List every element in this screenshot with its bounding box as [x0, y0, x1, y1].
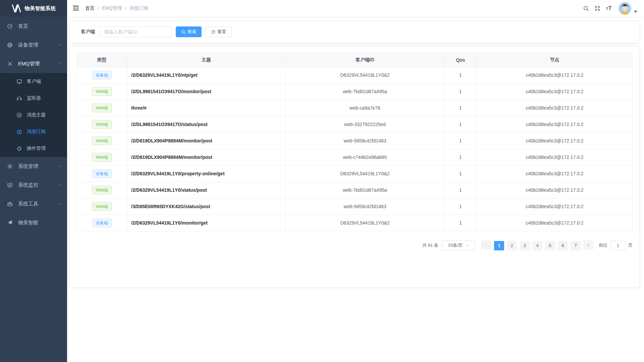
cell-client-id: web-7bd01d87a495a [286, 182, 444, 198]
table-row: Web端/3/D85E00R65DYXK42G/status/postweb-5… [77, 198, 633, 215]
sidebar-item-home[interactable]: 首页 [0, 17, 67, 36]
chevron-down-icon [58, 164, 62, 168]
table-row: Web端/2/DL9981541O39417O/status/postweb-3… [77, 116, 633, 133]
reset-button-label: 重置 [217, 29, 226, 35]
svg-text:@: @ [18, 114, 20, 117]
listener-icon [15, 95, 23, 102]
cell-client-id: D6329VL54419L1Y0&2 [286, 166, 444, 182]
hamburger-icon[interactable] [72, 5, 80, 12]
breadcrumb-separator: / [98, 6, 99, 11]
avatar[interactable] [619, 2, 631, 15]
cell-type: Web端 [77, 182, 127, 198]
page-button-1[interactable]: 1 [494, 241, 504, 250]
dashboard-icon [6, 22, 13, 30]
main-area: 首页/EMQ管理/消息订阅 TT [67, 0, 644, 288]
page-button-3[interactable]: 3 [520, 241, 530, 250]
page-size-select[interactable]: 10条/页 [442, 240, 475, 250]
cell-topic: /2/DL9981541O39417O/monitor/post [127, 83, 286, 100]
sidebar-item-device-mgmt[interactable]: 设备管理 [0, 36, 67, 54]
user-menu[interactable] [619, 2, 639, 15]
chevron-down-icon [58, 202, 62, 206]
type-tag: Web端 [92, 87, 111, 96]
app-logo[interactable]: 物美智能系统 [0, 0, 67, 17]
cell-topic: /2/D819DLX904P8894M/monitor/post [127, 149, 286, 166]
client-id-input[interactable] [100, 26, 172, 37]
search-icon[interactable] [580, 0, 592, 17]
cell-node: c40b2d8ea5c3@172.17.0.2 [477, 182, 633, 198]
page-size-value: 10条/页 [448, 242, 463, 248]
cell-node: c40b2d8ea5c3@172.17.0.2 [477, 215, 633, 231]
pager: 1234567 [480, 240, 595, 250]
gear-icon [6, 163, 13, 170]
cell-qos: 1 [444, 100, 477, 116]
sidebar-subitem-message-subscribe[interactable]: 消息订阅 [0, 123, 67, 140]
sidebar-subitem-client[interactable]: 客户端 [0, 73, 67, 90]
navbar-actions: TT [580, 0, 639, 17]
cell-qos: 1 [444, 182, 477, 198]
page-button-5[interactable]: 5 [545, 241, 555, 250]
goto-page-input[interactable] [610, 241, 626, 250]
pagination-total: 共 61 条 [422, 242, 438, 248]
cell-client-id: web-7bd01d87a495a [286, 83, 444, 100]
sidebar-item-label: 系统监控 [18, 182, 38, 188]
sidebar-subitem-plugin-mgmt[interactable]: 插件管理 [0, 140, 67, 157]
type-tag: 设备端 [92, 71, 112, 79]
cell-type: Web端 [77, 149, 127, 166]
sidebar-item-label: 消息主题 [27, 112, 46, 118]
sidebar-subitem-listener[interactable]: 监听器 [0, 90, 67, 107]
breadcrumb-separator: / [125, 6, 126, 11]
table-row: 设备端/2/D6329VL54419L1Y0/monitor/getD6329V… [77, 215, 633, 231]
sidebar-item-label: EMQ管理 [18, 61, 40, 67]
paper-plane-icon [6, 219, 13, 226]
subscription-table: 类型主题客户端IDQos节点 设备端/2/D6329VL54419L1Y0/nt… [76, 53, 633, 231]
page-button-4[interactable]: 4 [532, 241, 542, 250]
sidebar-subitem-message-topic[interactable]: @消息主题 [0, 107, 67, 123]
chevron-down-icon [58, 43, 62, 47]
cell-node: c40b2d8ea5c3@172.17.0.2 [477, 149, 633, 166]
cell-qos: 1 [444, 215, 477, 231]
cell-qos: 1 [444, 116, 477, 133]
sidebar-menu: 首页设备管理EMQ管理客户端监听器@消息主题消息订阅插件管理系统管理系统监控系统… [0, 17, 67, 232]
cell-node: c40b2d8ea5c3@172.17.0.2 [477, 198, 633, 215]
plugin-icon [15, 145, 23, 152]
prev-page-button[interactable] [481, 240, 491, 250]
sidebar-item-system-monitor[interactable]: 系统监控 [0, 176, 67, 194]
fullscreen-icon[interactable] [592, 0, 603, 17]
search-panel: 客户端 搜索 重置 [70, 21, 639, 43]
table-row: Web端/2/D6329VL54419L1Y0/status/postweb-7… [77, 182, 633, 198]
cell-qos: 1 [444, 83, 477, 100]
sidebar-item-system-mgmt[interactable]: 系统管理 [0, 157, 67, 176]
cell-client-id: web-c744b2e86ab65 [286, 149, 444, 166]
sidebar-item-label: 插件管理 [27, 145, 46, 152]
sidebar-item-label: 消息订阅 [27, 129, 46, 135]
cell-node: c40b2d8ea5c3@172.17.0.2 [477, 83, 633, 100]
type-tag: Web端 [92, 120, 111, 129]
table-row: 设备端/2/D6329VL54419L1Y0/property-online/g… [77, 166, 633, 182]
topic-icon: @ [15, 111, 23, 119]
sidebar-item-wumei-smart[interactable]: 物美智能 [0, 213, 67, 232]
cell-client-id: web-5859c42fd1483 [286, 198, 444, 215]
top-navbar: 首页/EMQ管理/消息订阅 TT [67, 0, 644, 17]
caret-down-icon[interactable] [634, 11, 637, 13]
app-title: 物美智能系统 [25, 5, 56, 12]
cell-topic: three/# [127, 100, 286, 116]
cell-type: Web端 [77, 100, 127, 116]
page-button-6[interactable]: 6 [558, 241, 568, 250]
search-field-label: 客户端 [81, 29, 95, 35]
search-button-icon [181, 30, 185, 34]
search-button[interactable]: 搜索 [176, 26, 202, 37]
page-button-7[interactable]: 7 [571, 241, 581, 250]
cell-topic: /2/D819DLX904P8894M/monitor/post [127, 133, 286, 149]
sidebar-item-system-tools[interactable]: 系统工具 [0, 194, 67, 213]
reset-button[interactable]: 重置 [206, 26, 231, 37]
sidebar-item-emq-mgmt[interactable]: EMQ管理 [0, 54, 67, 73]
cell-node: c40b2d8ea5c3@172.17.0.2 [477, 133, 633, 149]
font-size-icon[interactable]: TT [603, 5, 614, 12]
subscribe-icon [15, 128, 23, 135]
page-button-2[interactable]: 2 [507, 241, 517, 250]
breadcrumb-item-0[interactable]: 首页 [85, 5, 95, 11]
column-header-1: 主题 [127, 53, 286, 67]
next-page-button[interactable] [583, 240, 593, 250]
type-tag: Web端 [92, 153, 111, 162]
logo-icon [11, 4, 21, 13]
